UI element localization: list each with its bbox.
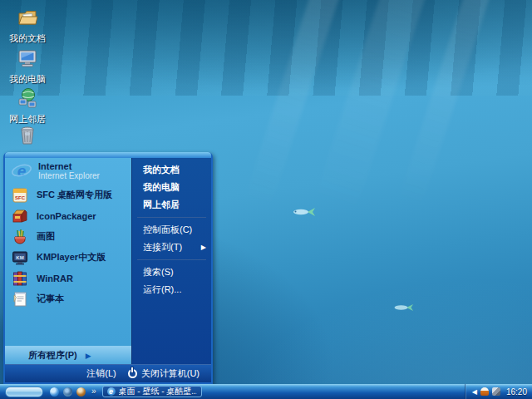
start-menu-item-control-panel[interactable]: 控制面板(C) bbox=[132, 221, 211, 239]
start-button[interactable] bbox=[5, 387, 43, 397]
logoff-label: 注销(L) bbox=[86, 367, 116, 380]
start-menu-item-iconpackager[interactable]: IconPackager bbox=[5, 205, 131, 226]
system-tray: ◀ 16:20 bbox=[465, 384, 532, 399]
iconpackager-icon bbox=[11, 207, 31, 225]
separator bbox=[137, 217, 206, 218]
svg-text:KM: KM bbox=[16, 254, 23, 259]
tray-collapse-chevron-icon[interactable]: ◀ bbox=[472, 388, 477, 396]
power-icon bbox=[128, 369, 137, 378]
my-documents-icon bbox=[17, 7, 38, 28]
start-menu-item-my-computer[interactable]: 我的电脑 bbox=[132, 179, 211, 196]
messenger-icon[interactable] bbox=[50, 387, 59, 397]
network-places-icon bbox=[17, 87, 38, 109]
taskbar: » e 桌面 - 壁纸 - 桌酷壁... ◀ 16:20 bbox=[0, 384, 532, 399]
item-label: 网上邻居 bbox=[143, 199, 180, 211]
start-menu-item-internet[interactable]: e Internet Internet Explorer bbox=[5, 158, 131, 185]
taskbar-clock[interactable]: 16:20 bbox=[506, 387, 527, 397]
all-programs-button[interactable]: 所有程序(P) ▶ bbox=[5, 346, 131, 364]
item-label: 我的文档 bbox=[143, 164, 180, 176]
desktop-icon-label: 我的电脑 bbox=[9, 74, 46, 84]
start-menu-right-column: 我的文档 我的电脑 网上邻居 控制面板(C) 连接到(T) ▶ bbox=[131, 158, 211, 364]
start-menu-item-winrar[interactable]: WinRAR bbox=[5, 268, 131, 288]
fish-icon bbox=[293, 206, 316, 218]
desktop-icon-my-computer[interactable]: 我的电脑 bbox=[3, 47, 52, 86]
kmplayer-icon: KM bbox=[11, 249, 31, 267]
fish-icon bbox=[394, 303, 414, 313]
globe-icon[interactable] bbox=[63, 387, 72, 397]
desktop-screen: 我的文档 我的电脑 网上邻居 bbox=[0, 0, 532, 399]
start-menu-item-paint[interactable]: 画图 bbox=[5, 226, 131, 247]
item-label: IconPackager bbox=[37, 211, 96, 221]
quick-launch-app-icon[interactable] bbox=[76, 387, 86, 397]
task-button-label: 桌面 - 壁纸 - 桌酷壁... bbox=[119, 386, 197, 397]
shutdown-label: 关闭计算机(U) bbox=[141, 367, 200, 380]
start-menu-item-sfc[interactable]: SFC SFC 桌酷网专用版 bbox=[5, 185, 131, 205]
task-button-wallpaper-page[interactable]: e 桌面 - 壁纸 - 桌酷壁... bbox=[102, 386, 202, 397]
item-sublabel: Internet Explorer bbox=[38, 171, 100, 181]
desktop-icon-network-places[interactable]: 网上邻居 bbox=[3, 87, 52, 126]
item-label: 画图 bbox=[37, 230, 55, 243]
item-label: 我的电脑 bbox=[143, 181, 180, 194]
notepad-icon bbox=[11, 290, 31, 308]
winrar-icon bbox=[11, 269, 31, 288]
tray-app-icon-orange[interactable] bbox=[480, 387, 489, 396]
start-menu-item-search[interactable]: 搜索(S) bbox=[132, 264, 211, 281]
item-label: KMPlayer中文版 bbox=[37, 251, 106, 264]
svg-text:SFC: SFC bbox=[15, 195, 26, 200]
sfc-app-icon: SFC bbox=[11, 186, 31, 204]
quick-launch-chevron-icon[interactable]: » bbox=[91, 387, 96, 396]
start-menu-item-notepad[interactable]: 记事本 bbox=[5, 288, 131, 309]
submenu-arrow-icon: ▶ bbox=[201, 244, 206, 251]
item-label: 记事本 bbox=[37, 293, 64, 305]
quick-launch-bar: » bbox=[50, 387, 96, 397]
desktop-icon-label: 网上邻居 bbox=[9, 114, 46, 124]
start-menu-left-column: e Internet Internet Explorer bbox=[5, 158, 131, 364]
start-menu-left-spacer bbox=[5, 309, 131, 346]
item-label: 连接到(T) bbox=[143, 241, 182, 254]
desktop-icon-my-documents[interactable]: 我的文档 bbox=[3, 7, 52, 45]
start-menu-item-run[interactable]: 运行(R)... bbox=[132, 281, 211, 298]
shutdown-button[interactable]: 关闭计算机(U) bbox=[128, 367, 200, 380]
my-computer-icon bbox=[17, 47, 38, 69]
start-menu-item-my-documents[interactable]: 我的文档 bbox=[132, 161, 211, 179]
internet-explorer-icon: e bbox=[11, 160, 32, 182]
separator bbox=[137, 259, 206, 260]
all-programs-label: 所有程序(P) bbox=[28, 349, 77, 362]
item-label: 运行(R)... bbox=[143, 283, 181, 296]
item-label: 控制面板(C) bbox=[143, 224, 192, 236]
start-menu-top-band bbox=[5, 152, 211, 158]
start-menu: e Internet Internet Explorer bbox=[3, 152, 213, 384]
item-label: WinRAR bbox=[37, 273, 73, 283]
start-menu-item-kmplayer[interactable]: KM KMPlayer中文版 bbox=[5, 247, 131, 268]
item-label: Internet bbox=[38, 161, 100, 171]
item-label: SFC 桌酷网专用版 bbox=[37, 189, 112, 201]
start-menu-item-connect-to[interactable]: 连接到(T) ▶ bbox=[132, 239, 211, 256]
start-menu-item-network-places[interactable]: 网上邻居 bbox=[132, 196, 211, 214]
all-programs-arrow-icon: ▶ bbox=[86, 352, 91, 360]
item-label: 搜索(S) bbox=[143, 266, 174, 278]
logoff-button[interactable]: 注销(L) bbox=[86, 367, 116, 380]
tray-input-method-icon[interactable] bbox=[492, 387, 500, 396]
start-menu-footer: 注销(L) 关闭计算机(U) bbox=[5, 364, 211, 382]
paint-icon bbox=[11, 228, 31, 246]
desktop-icon-label: 我的文档 bbox=[9, 33, 46, 43]
recycle-bin-icon bbox=[17, 125, 38, 146]
internet-explorer-icon: e bbox=[107, 387, 116, 396]
